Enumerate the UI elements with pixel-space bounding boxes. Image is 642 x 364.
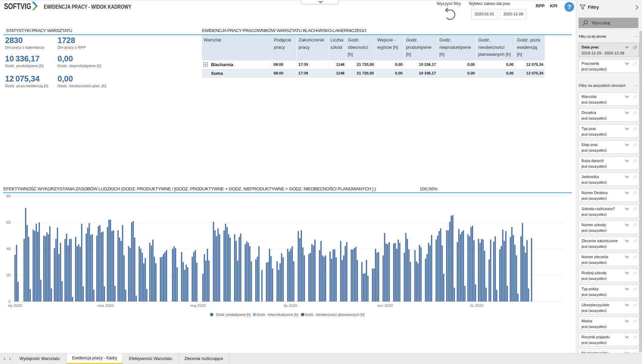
svg-text:wrz 2020: wrz 2020 xyxy=(377,304,393,308)
svg-text:80: 80 xyxy=(6,194,11,198)
svg-text:20: 20 xyxy=(6,273,11,277)
svg-text:maj 2020: maj 2020 xyxy=(190,304,206,308)
svg-text:mar 2020: mar 2020 xyxy=(98,304,114,308)
svg-text:SOFTVIG: SOFTVIG xyxy=(4,2,31,11)
svg-text:40: 40 xyxy=(6,247,11,251)
svg-text:0: 0 xyxy=(9,300,11,304)
svg-text:sty 2020: sty 2020 xyxy=(8,304,22,308)
svg-text:lis 2020: lis 2020 xyxy=(470,304,484,308)
svg-text:lip 2020: lip 2020 xyxy=(284,304,297,308)
svg-text:60: 60 xyxy=(6,220,11,224)
